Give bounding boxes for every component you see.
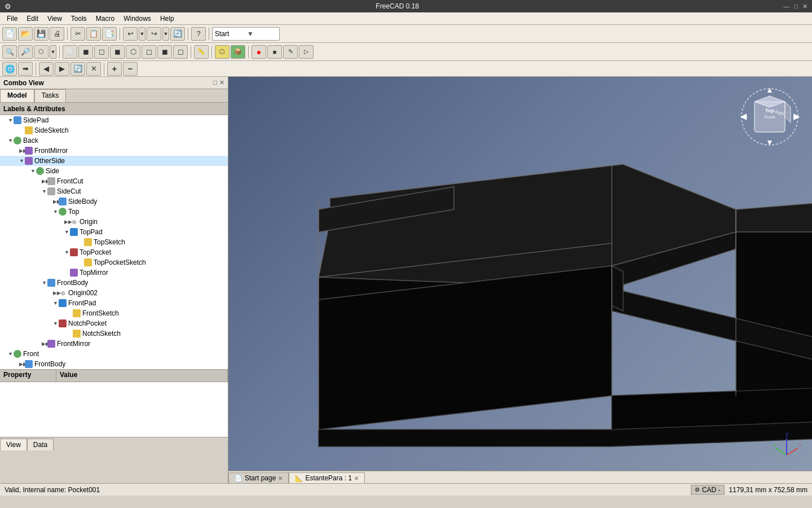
toggle-back[interactable]: ▼ xyxy=(8,136,14,145)
left-view-button[interactable]: ◻ xyxy=(173,45,188,59)
menu-view[interactable]: View xyxy=(43,14,67,24)
tree-item-sideSketch[interactable]: SideSketch xyxy=(0,125,228,135)
tree-item-top[interactable]: ▼ Top xyxy=(0,207,228,217)
toggle-front[interactable]: ▼ xyxy=(8,349,14,358)
play-button[interactable]: ▷ xyxy=(299,45,314,59)
cut-button[interactable]: ✂ xyxy=(70,27,85,41)
undo-dropdown[interactable]: ▼ xyxy=(139,27,145,41)
tree-item-side[interactable]: ▼ Side xyxy=(0,166,228,176)
measure-button[interactable]: 📏 xyxy=(194,45,209,59)
tree-item-sidePad[interactable]: ▼ SidePad xyxy=(0,115,228,125)
tree-item-topPocketSketch[interactable]: TopPocketSketch xyxy=(0,257,228,268)
print-button[interactable]: 🖨 xyxy=(50,27,64,41)
toggle-topPocket[interactable]: ▼ xyxy=(64,248,70,257)
vp-tab-estante[interactable]: 📐 EstantePara : 1 ✕ xyxy=(289,472,365,483)
iso-view-button[interactable]: ⬡ xyxy=(126,45,140,59)
edit-macros-button[interactable]: ✎ xyxy=(283,45,298,59)
vp-tab-start-close[interactable]: ✕ xyxy=(278,475,283,481)
tree-item-frontBody[interactable]: ▼ FrontBody xyxy=(0,278,228,288)
toggle-sideBody[interactable]: ▶ xyxy=(53,197,59,206)
undo-button[interactable]: ↩ xyxy=(123,27,138,41)
titlebar-controls[interactable]: — □ ✕ xyxy=(783,3,807,10)
forward-button[interactable]: ➡ xyxy=(18,62,33,76)
body-button[interactable]: 📦 xyxy=(231,45,245,59)
rear-view-button[interactable]: ◻ xyxy=(142,45,156,59)
toggle-frontBody[interactable]: ▼ xyxy=(42,278,47,287)
menu-file[interactable]: File xyxy=(2,14,22,24)
tree-item-frontPad[interactable]: ▼ FrontPad xyxy=(0,298,228,308)
tab-model[interactable]: Model xyxy=(0,89,34,102)
menu-tools[interactable]: Tools xyxy=(67,14,91,24)
stop-button[interactable]: ■ xyxy=(267,45,282,59)
tree-item-topPocket[interactable]: ▼ TopPocket xyxy=(0,247,228,257)
tab-view[interactable]: View xyxy=(0,439,27,450)
viewport[interactable]: ▲ ▼ ◀ ▶ Top Front Right X xyxy=(228,77,812,483)
toggle-frontMirror[interactable]: ▶ xyxy=(19,146,25,155)
toggle-frontPad[interactable]: ▼ xyxy=(53,299,59,308)
tree-item-frontCut[interactable]: ▶ FrontCut xyxy=(0,176,228,186)
nav-cube[interactable]: ▲ ▼ ◀ ▶ Top Front Right xyxy=(739,86,801,148)
menu-edit[interactable]: Edit xyxy=(22,14,43,24)
tree-item-frontMirror2[interactable]: ▶ FrontMirror xyxy=(0,339,228,349)
tree-item-topSketch[interactable]: TopSketch xyxy=(0,237,228,247)
tree-item-front[interactable]: ▼ Front xyxy=(0,349,228,359)
add-nav-button[interactable]: + xyxy=(107,62,122,76)
remove-nav-button[interactable]: − xyxy=(123,62,138,76)
redo-button[interactable]: ↪ xyxy=(147,27,161,41)
close-button[interactable]: ✕ xyxy=(802,3,807,10)
fit-selection-button[interactable]: 🔎 xyxy=(18,45,33,59)
vp-tab-start[interactable]: 📄 Start page ✕ xyxy=(228,472,289,483)
next-nav-button[interactable]: ▶ xyxy=(55,62,69,76)
draw-style-button[interactable]: ⬡ xyxy=(34,45,48,59)
tree-item-frontBody2[interactable]: ▶ FrontBody xyxy=(0,359,228,369)
menu-windows[interactable]: Windows xyxy=(119,14,156,24)
vp-tab-estante-close[interactable]: ✕ xyxy=(354,475,359,481)
combo-float-button[interactable]: □ xyxy=(213,79,217,86)
tab-data[interactable]: Data xyxy=(27,439,54,450)
draw-style-arrow[interactable]: ▼ xyxy=(50,45,56,59)
tree-item-frontSketch[interactable]: FrontSketch xyxy=(0,308,228,318)
record-button[interactable]: ● xyxy=(251,45,266,59)
tree-item-back[interactable]: ▼ Back xyxy=(0,135,228,146)
tree-item-notchPocket[interactable]: ▼ NotchPocket xyxy=(0,318,228,329)
open-button[interactable]: 📂 xyxy=(18,27,33,41)
toggle-notchPocket[interactable]: ▼ xyxy=(53,319,59,328)
tab-tasks[interactable]: Tasks xyxy=(34,89,67,102)
front-view-button[interactable]: ◼ xyxy=(78,45,93,59)
toggle-frontBody2[interactable]: ▶ xyxy=(19,360,25,369)
bottom-view-button[interactable]: ◼ xyxy=(157,45,172,59)
tree-item-origin002[interactable]: ▶ ⊕ Origin002 xyxy=(0,288,228,298)
right-view-button[interactable]: ◼ xyxy=(110,45,125,59)
new-button[interactable]: 📄 xyxy=(2,27,17,41)
paste-button[interactable]: 📑 xyxy=(102,27,117,41)
save-button[interactable]: 💾 xyxy=(34,27,48,41)
tree-item-frontMirror[interactable]: ▶ FrontMirror xyxy=(0,146,228,156)
part-button[interactable]: ⬡ xyxy=(215,45,230,59)
toggle-side[interactable]: ▼ xyxy=(30,167,36,176)
tree-item-topPad[interactable]: ▼ TopPad xyxy=(0,227,228,237)
combo-view-controls[interactable]: □ ✕ xyxy=(213,79,224,86)
toggle-origin002[interactable]: ▶ xyxy=(53,288,59,297)
toggle-frontMirror2[interactable]: ▶ xyxy=(42,339,47,348)
workbench-dropdown[interactable]: Start ▼ xyxy=(212,27,280,41)
reload-nav-button[interactable]: 🔄 xyxy=(70,62,85,76)
toggle-sidePad[interactable]: ▼ xyxy=(8,116,14,125)
toggle-topPad[interactable]: ▼ xyxy=(64,227,70,237)
tree-item-sideBody[interactable]: ▶ SideBody xyxy=(0,196,228,207)
back-nav-button[interactable]: ◀ xyxy=(39,62,54,76)
toggle-origin[interactable]: ▶ xyxy=(64,217,70,226)
tree-item-topMirror[interactable]: TopMirror xyxy=(0,268,228,278)
refresh-button[interactable]: 🔄 xyxy=(170,27,185,41)
tree-item-origin[interactable]: ▶ ⊕ Origin xyxy=(0,217,228,227)
redo-dropdown[interactable]: ▼ xyxy=(162,27,169,41)
stop-nav-button[interactable]: ✕ xyxy=(86,62,101,76)
menu-help[interactable]: Help xyxy=(156,14,179,24)
minimize-button[interactable]: — xyxy=(783,3,789,10)
menu-macro[interactable]: Macro xyxy=(91,14,119,24)
cad-indicator[interactable]: ⚙ CAD - xyxy=(691,485,725,495)
fit-all-button[interactable]: 🔍 xyxy=(2,45,17,59)
tree-container[interactable]: ▼ SidePad SideSketch ▼ Back ▶ xyxy=(0,115,228,369)
home-view-button[interactable]: ⬜ xyxy=(63,45,77,59)
toggle-top[interactable]: ▼ xyxy=(53,207,59,216)
toggle-otherSide[interactable]: ▼ xyxy=(19,156,25,165)
